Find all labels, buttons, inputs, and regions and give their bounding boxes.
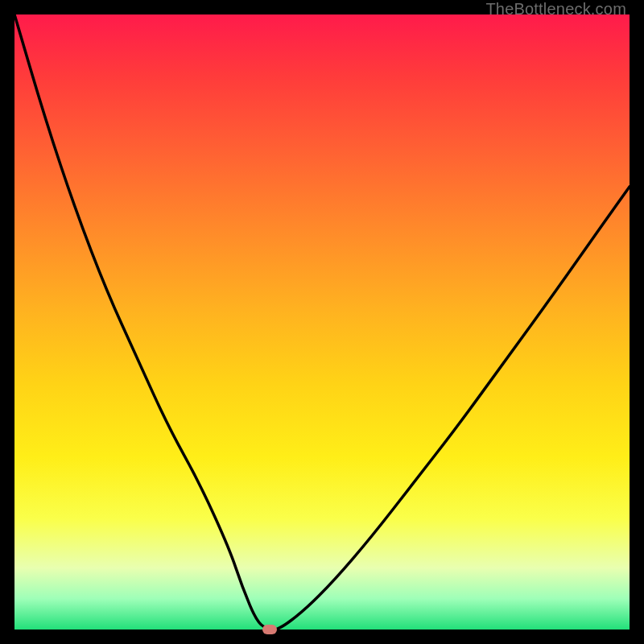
chart-curve [14,14,630,630]
chart-stage: TheBottleneck.com [0,0,644,644]
chart-plot-area [14,14,630,630]
chart-marker [262,625,277,634]
chart-curve-path [14,14,630,630]
watermark-text: TheBottleneck.com [485,0,626,19]
